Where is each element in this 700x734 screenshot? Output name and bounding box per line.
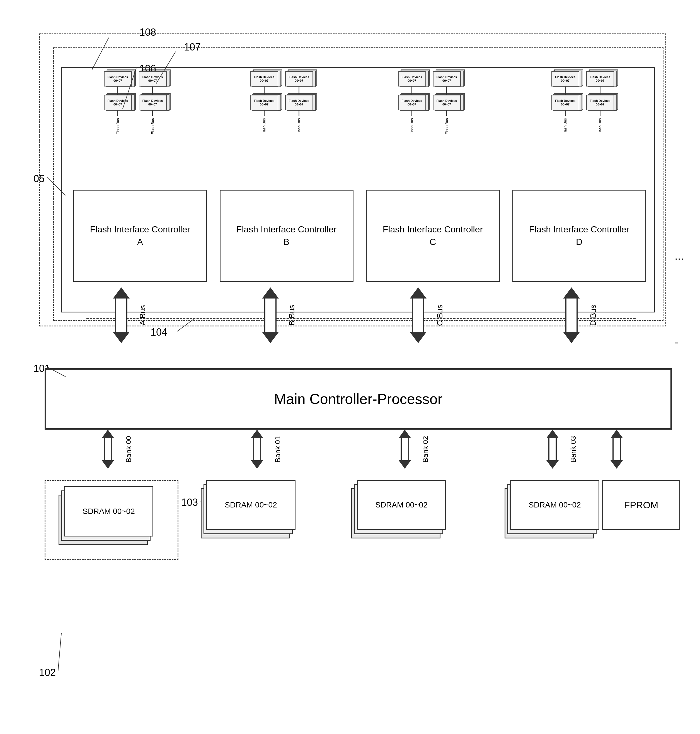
flash-column-b: Flash Devices00~07 Flash Devices00~07 Fl…	[215, 71, 349, 141]
flash-bus-label-d1: Flash Bus	[563, 118, 567, 134]
bank02-arrow	[399, 430, 411, 469]
bank02-label: Bank 02	[421, 436, 430, 462]
connector-a2	[152, 87, 153, 95]
connector-b2b	[299, 110, 299, 116]
arrow-head-down-c	[410, 332, 426, 343]
arrow-head-down-b	[262, 332, 279, 343]
connector-a2b	[152, 110, 153, 116]
flash-device-c2-top: Flash Devices00~07	[433, 71, 461, 87]
flash-device-a1-bot: Flash Devices00~07	[104, 95, 132, 110]
fic-d-subtitle: D	[576, 236, 582, 248]
bus-a-label: A Bus	[138, 305, 147, 325]
fprom-box: FPROM	[602, 480, 680, 530]
flash-device-b1-bot: Flash Devices00~07	[250, 95, 278, 110]
flash-bus-label-b2: Flash Bus	[297, 118, 301, 134]
flash-pair-a2: Flash Devices00~07 Flash Devices00~07 Fl…	[139, 71, 167, 137]
ellipsis-text: ···	[675, 252, 684, 264]
flash-device-c1-bot: Flash Devices00~07	[398, 95, 426, 110]
sdram-stack-00: SDRAM 00~02	[64, 486, 159, 550]
flash-device-c1-top: Flash Devices00~07	[398, 71, 426, 87]
arrow-head-up-bank02	[399, 430, 411, 438]
sdram-group-02: SDRAM 00~02	[346, 480, 463, 544]
flash-device-c2-bot: Flash Devices00~07	[433, 95, 461, 110]
bus-c-label: C Bus	[435, 305, 444, 326]
flash-pair-b1: Flash Devices00~07 Flash Devices00~07 Fl…	[250, 71, 278, 137]
flash-pair-a1: Flash Devices00~07 Flash Devices00~07 Fl…	[104, 71, 132, 137]
label-107: 107	[184, 41, 201, 53]
flash-device-d1-bot: Flash Devices00~07	[551, 95, 579, 110]
arrow-head-down-bank00	[102, 460, 114, 469]
connector-b1	[264, 87, 265, 95]
label-102: 102	[39, 667, 56, 678]
flash-devices-top-b: Flash Devices00~07 Flash Devices00~07 Fl…	[250, 71, 313, 141]
sdram-dashed-group: SDRAM 00~02	[45, 480, 178, 560]
bus-b-arrow	[262, 287, 279, 343]
arrow-shaft-bank03	[549, 438, 557, 460]
connector-a1	[118, 87, 118, 95]
sdram-box-02-front: SDRAM 00~02	[357, 480, 446, 530]
flash-devices-top-a: Flash Devices00~07 Flash Devices00~07 Fl…	[104, 71, 167, 141]
flash-device-b2-top: Flash Devices00~07	[285, 71, 313, 87]
bank00-arrow	[102, 430, 114, 469]
bus-d-container: D Bus	[563, 287, 604, 343]
arrow-shaft-a	[115, 299, 127, 332]
bank02-arrow-container: Bank 02	[399, 430, 439, 469]
fic-box-a: Flash Interface Controller A	[73, 190, 207, 282]
flash-device-d1-top: Flash Devices00~07	[551, 71, 579, 87]
bus-a-container: A Bus	[113, 287, 153, 343]
sdram-stack-03: SDRAM 00~02	[510, 480, 605, 544]
flash-pair-d1: Flash Devices00~07 Flash Devices00~07 Fl…	[551, 71, 579, 137]
fic-box-d: Flash Interface Controller D	[512, 190, 646, 282]
label-105: 05	[34, 173, 45, 185]
diagram: 108 107 106 05 101 104 103 102 Flash Dev…	[17, 11, 680, 722]
flash-device-b1-top: Flash Devices00~07	[250, 71, 278, 87]
flash-bus-label-b1: Flash Bus	[262, 118, 266, 134]
flash-device-a1-top: Flash Devices00~07	[104, 71, 132, 87]
arrow-head-up-c	[410, 287, 426, 299]
ellipsis-text-2: -	[675, 336, 678, 348]
arrow-shaft-d	[565, 299, 578, 332]
flash-pair-d2: Flash Devices00~07 Flash Devices00~07 Fl…	[586, 71, 614, 137]
flash-device-a2-top: Flash Devices00~07	[139, 71, 167, 87]
fic-box-c: Flash Interface Controller C	[366, 190, 500, 282]
arrow-head-up-bank01	[251, 430, 263, 438]
connector-a1b	[118, 110, 118, 116]
connector-c1	[412, 87, 412, 95]
connector-c1b	[412, 110, 412, 116]
arrow-shaft-bank00	[104, 438, 112, 460]
bank01-arrow-container: Bank 01	[251, 430, 291, 469]
connector-c2	[446, 87, 447, 95]
bank03-arrow	[546, 430, 559, 469]
flash-bus-label-a1: Flash Bus	[116, 118, 120, 134]
arrow-head-up-d	[563, 287, 580, 299]
sdram-stack-01: SDRAM 00~02	[206, 480, 301, 544]
arrow-shaft-fprom	[612, 438, 621, 460]
label-104: 104	[150, 326, 167, 338]
sdram-group-01: SDRAM 00~02	[195, 480, 312, 544]
sdram-box-03-front: SDRAM 00~02	[510, 480, 599, 530]
arrow-shaft-bank01	[253, 438, 261, 460]
main-controller-box: Main Controller-Processor	[45, 368, 672, 430]
fic-b-subtitle: B	[284, 236, 290, 248]
arrow-shaft-b	[264, 299, 276, 332]
flash-device-d2-top: Flash Devices00~07	[586, 71, 614, 87]
connector-d2	[600, 87, 600, 95]
fic-b-title: Flash Interface Controller	[237, 223, 337, 236]
arrow-head-up-a	[113, 287, 129, 299]
bank00-arrow-container: Bank 00	[102, 430, 142, 469]
arrow-head-up-b	[262, 287, 279, 299]
bus-c-arrow	[410, 287, 426, 343]
arrow-head-up-bank03	[546, 430, 559, 438]
bus-d-arrow	[563, 287, 580, 343]
bus-a-arrow	[113, 287, 129, 343]
connector-b2	[299, 87, 299, 95]
fic-c-subtitle: C	[429, 236, 436, 248]
callout-line-102	[58, 633, 61, 672]
flash-column-a: Flash Devices00~07 Flash Devices00~07 Fl…	[68, 71, 202, 141]
bank03-label: Bank 03	[569, 436, 578, 462]
flash-device-d2-bot: Flash Devices00~07	[586, 95, 614, 110]
flash-device-a2-bot: Flash Devices00~07	[139, 95, 167, 110]
flash-column-c: Flash Devices00~07 Flash Devices00~07 Fl…	[362, 71, 496, 141]
arrow-shaft-c	[412, 299, 424, 332]
flash-pair-c1: Flash Devices00~07 Flash Devices00~07 Fl…	[398, 71, 426, 137]
